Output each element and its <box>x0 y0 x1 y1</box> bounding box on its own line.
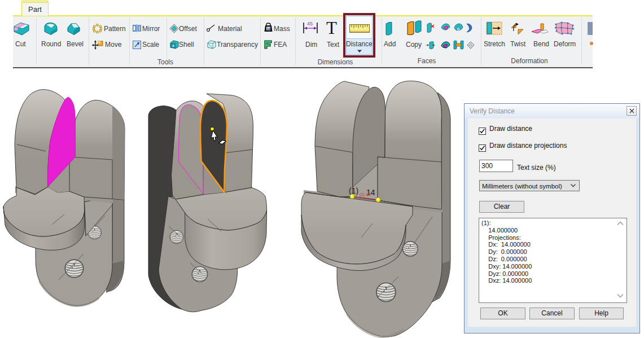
svg-text:45: 45 <box>307 21 313 27</box>
svg-text:10: 10 <box>266 27 270 30</box>
svg-text:(1): (1) <box>349 186 358 195</box>
svg-text:(1) 14: (1) 14 <box>360 192 371 197</box>
